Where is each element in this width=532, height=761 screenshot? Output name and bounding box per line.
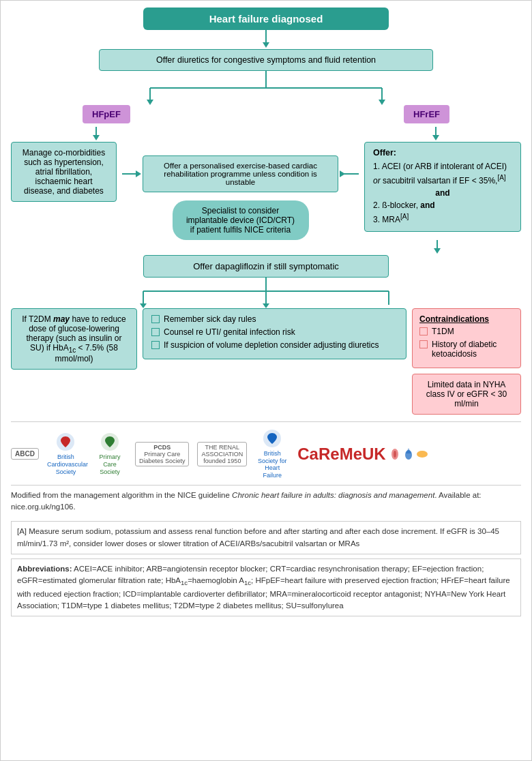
svg-marker-23 — [263, 303, 269, 308]
checklist-item-2: Counsel re UTI/ genital infection risk — [151, 327, 398, 337]
arrow-rehab-offer — [338, 167, 359, 181]
t2dm-box: If T2DM may have to reduce dose of gluco… — [11, 308, 137, 370]
rehab-box: Offer a personalised exercise-based card… — [143, 155, 338, 192]
checklist-item-3: If suspicion of volume depletion conside… — [151, 340, 398, 350]
logo-renal: THE RENALASSOCIATIONfounded 1950 — [197, 442, 247, 466]
specialist-box: Specialist to consider implantable devic… — [173, 200, 309, 240]
logo-abcd: ABCD — [11, 448, 39, 460]
contraindications-box: Contraindications T1DM History of diabet… — [412, 308, 521, 368]
offer-box: Offer: 1. ACEI (or ARB if intolerant of … — [364, 142, 521, 232]
dapa-box: Offer dapagliflozin if still symptomatic — [143, 255, 389, 278]
hfref-label: HFrEF — [404, 105, 449, 123]
hfpef-label: HFpEF — [83, 105, 130, 123]
svg-point-29 — [394, 451, 396, 458]
footer-abbrev-label: Abbreviations: ACEI=ACE inhibitor; ARB=a… — [17, 565, 510, 610]
checklist-box: Remember sick day rules Counsel re UTI/ … — [143, 308, 407, 359]
logo-bcs: British Cardiovascular Society — [47, 432, 85, 475]
svg-marker-31 — [406, 448, 411, 453]
footer-abbrev-box: Abbreviations: ACEI=ACE inhibitor; ARB=a… — [11, 558, 521, 616]
footer-modified: Modified from the management algorithm i… — [11, 486, 521, 518]
flowchart: Heart failure diagnosed Offer diuretics … — [11, 8, 521, 415]
arrow-offer-dapa — [430, 240, 444, 255]
arrow-1 — [259, 30, 273, 49]
arrow-hfref — [429, 127, 443, 142]
svg-point-32 — [417, 451, 428, 458]
limited-data-box: Limited data in NYHA class IV or eGFR < … — [412, 374, 521, 415]
svg-marker-9 — [93, 135, 100, 140]
contra-item-1: T1DM — [419, 327, 514, 336]
diuretics-box: Offer diuretics for congestive symptoms … — [99, 49, 433, 71]
svg-marker-17 — [434, 248, 441, 254]
logos-bar: ABCD British Cardiovascular Society Prim… — [11, 421, 521, 486]
svg-marker-21 — [140, 303, 147, 308]
contraindications-title: Contraindications — [419, 314, 514, 324]
arrow-manage-rehab — [122, 167, 143, 181]
svg-marker-5 — [147, 100, 153, 105]
logo-bshf: British Society for Heart Failure — [255, 429, 289, 479]
logo-pcs: Primary Care Society — [93, 432, 127, 475]
svg-marker-11 — [432, 135, 439, 140]
svg-marker-1 — [263, 42, 269, 48]
logo-caremeuk: CaReMeUK — [297, 445, 428, 464]
manage-box: Manage co-morbidities such as hypertensi… — [11, 142, 117, 202]
contra-item-2: History of diabetic ketoacidosis — [419, 340, 514, 359]
arrow-hfpef — [89, 127, 103, 142]
footer-a-box: [A] Measure serum sodium, potassium and … — [11, 521, 521, 554]
dapa-fork — [75, 278, 457, 308]
footer-a-text: [A] Measure serum sodium, potassium and … — [17, 527, 499, 547]
checklist-item-1: Remember sick day rules — [151, 314, 398, 324]
svg-marker-13 — [136, 170, 141, 177]
header-box: Heart failure diagnosed — [143, 8, 389, 30]
svg-marker-15 — [340, 170, 345, 177]
svg-marker-7 — [379, 100, 385, 105]
fork-connector — [95, 71, 437, 105]
logo-pcds: PCDSPrimary CareDiabetes Society — [135, 442, 190, 466]
offer-title: Offer: — [373, 148, 512, 158]
